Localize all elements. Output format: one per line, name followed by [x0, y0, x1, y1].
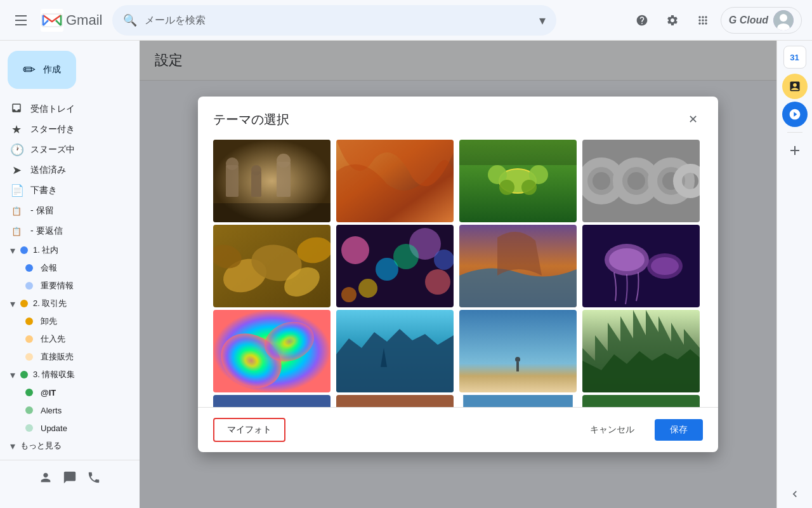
account-badge[interactable]: G Cloud — [721, 7, 802, 34]
wholesale-dot — [25, 318, 33, 325]
theme-beach[interactable] — [459, 310, 577, 392]
search-input[interactable] — [145, 15, 539, 26]
pending-icon: 📋 — [10, 206, 23, 216]
important-label: 重要情報 — [41, 280, 74, 291]
sidebar-item-drafts[interactable]: 📄 下書き — [0, 180, 129, 201]
svg-point-44 — [341, 287, 357, 302]
sidebar-item-pending[interactable]: 📋 - 保留 — [0, 201, 129, 221]
group1-color-dot — [20, 246, 28, 254]
gmail-label: Gmail — [66, 12, 102, 29]
svg-point-42 — [358, 279, 377, 298]
cancel-button[interactable]: キャンセル — [577, 419, 647, 441]
theme-bokeh[interactable] — [336, 225, 454, 307]
label-update[interactable]: Update — [0, 419, 129, 437]
chat-icon[interactable] — [63, 471, 77, 487]
gmail-icon — [41, 9, 63, 32]
sidebar-item-starred[interactable]: ★ スター付き — [0, 119, 129, 140]
label-atit[interactable]: @IT — [0, 384, 129, 401]
theme-grid-container[interactable] — [198, 140, 718, 407]
theme-chess[interactable] — [213, 140, 331, 222]
theme-extra-3[interactable] — [459, 395, 577, 407]
label-direct[interactable]: 直接販売 — [0, 348, 129, 366]
theme-holographic[interactable] — [213, 310, 331, 392]
theme-extra-1[interactable] — [213, 395, 331, 407]
add-rail-button[interactable] — [782, 138, 808, 163]
dialog-title: テーマの選択 — [213, 111, 289, 128]
help-button[interactable] — [629, 8, 655, 33]
label-important[interactable]: 重要情報 — [0, 277, 129, 295]
dialog-header: テーマの選択 ✕ — [198, 97, 718, 140]
contact-icon[interactable] — [39, 471, 53, 487]
group3-label: 3. 情報収集 — [33, 369, 75, 380]
atit-dot — [25, 389, 33, 396]
svg-point-20 — [499, 180, 514, 195]
label-group-2-header[interactable]: ▾ 2. 取引先 — [0, 295, 140, 312]
compose-label: 作成 — [43, 64, 61, 76]
label-meeting[interactable]: 会報 — [0, 259, 129, 277]
right-rail: 31 — [776, 41, 812, 508]
alerts-dot — [25, 406, 33, 414]
rail-expand-button[interactable] — [789, 488, 801, 503]
menu-button[interactable] — [10, 8, 36, 33]
svg-point-51 — [651, 257, 679, 275]
sidebar-item-sent[interactable]: ➤ 送信済み — [0, 160, 129, 180]
update-dot — [25, 424, 33, 432]
svg-rect-22 — [459, 140, 577, 165]
my-photo-button[interactable]: マイフォト — [213, 418, 285, 442]
group2-color-dot — [20, 300, 28, 307]
mail-icon[interactable] — [782, 102, 808, 127]
main-area: ✏ 作成 受信トレイ ★ スター付き 🕐 スヌーズ中 ➤ 送信済み 📄 下書き … — [0, 41, 812, 508]
compose-button[interactable]: ✏ 作成 — [8, 51, 76, 89]
calendar-button[interactable]: 31 — [783, 46, 806, 69]
reply-icon: 📋 — [10, 227, 23, 236]
dialog-close-button[interactable]: ✕ — [683, 109, 703, 130]
supplier-label: 仕入先 — [41, 333, 65, 345]
svg-point-49 — [609, 248, 645, 271]
snoozed-label: スヌーズ中 — [30, 144, 119, 156]
supplier-dot — [25, 335, 33, 343]
theme-pipes[interactable] — [582, 140, 700, 222]
search-dropdown-icon[interactable]: ▾ — [539, 13, 546, 28]
theme-river[interactable] — [459, 225, 577, 307]
alerts-label: Alerts — [41, 406, 62, 415]
sidebar-item-inbox[interactable]: 受信トレイ — [0, 99, 129, 119]
svg-point-3 — [780, 14, 787, 22]
save-button[interactable]: 保存 — [655, 419, 703, 441]
sidebar-item-snoozed[interactable]: 🕐 スヌーズ中 — [0, 140, 129, 160]
label-group-3-header[interactable]: ▾ 3. 情報収集 — [0, 366, 140, 384]
svg-rect-62 — [463, 395, 573, 407]
theme-dialog: テーマの選択 ✕ — [198, 97, 718, 452]
phone-icon[interactable] — [87, 471, 101, 487]
label-supplier[interactable]: 仕入先 — [0, 330, 129, 348]
theme-lake[interactable] — [336, 310, 454, 392]
avatar — [773, 10, 794, 30]
svg-rect-13 — [213, 203, 331, 222]
theme-jellyfish[interactable] — [582, 225, 700, 307]
theme-extra-2[interactable] — [336, 395, 454, 407]
label-alerts[interactable]: Alerts — [0, 401, 129, 419]
chevron-down-icon-2: ▾ — [10, 298, 15, 310]
inbox-label: 受信トレイ — [30, 104, 119, 115]
tasks-icon[interactable] — [782, 74, 808, 99]
theme-canyon[interactable] — [336, 140, 454, 222]
atit-label: @IT — [41, 388, 56, 398]
label-wholesale[interactable]: 卸先 — [0, 312, 129, 330]
wholesale-label: 卸先 — [41, 316, 57, 327]
direct-label: 直接販売 — [41, 351, 74, 363]
theme-leaves[interactable] — [213, 225, 331, 307]
gmail-logo: Gmail — [41, 9, 102, 32]
apps-button[interactable] — [690, 8, 716, 33]
theme-caterpillar[interactable] — [459, 140, 577, 222]
sidebar-item-reply[interactable]: 📋 - 要返信 — [0, 221, 129, 241]
svg-point-45 — [434, 250, 454, 270]
more-button[interactable]: ▾ もっと見る — [0, 437, 140, 455]
theme-forest[interactable] — [582, 310, 700, 392]
svg-point-57 — [515, 357, 520, 362]
content-area: 設定 テーマの選択 ✕ — [140, 41, 776, 508]
compose-plus-icon: ✏ — [23, 61, 36, 79]
label-group-1-header[interactable]: ▾ 1. 社内 — [0, 241, 140, 259]
settings-button[interactable] — [660, 8, 685, 33]
theme-extra-4[interactable] — [582, 395, 700, 407]
svg-rect-63 — [582, 395, 700, 407]
search-bar[interactable]: 🔍 ▾ — [112, 5, 556, 36]
